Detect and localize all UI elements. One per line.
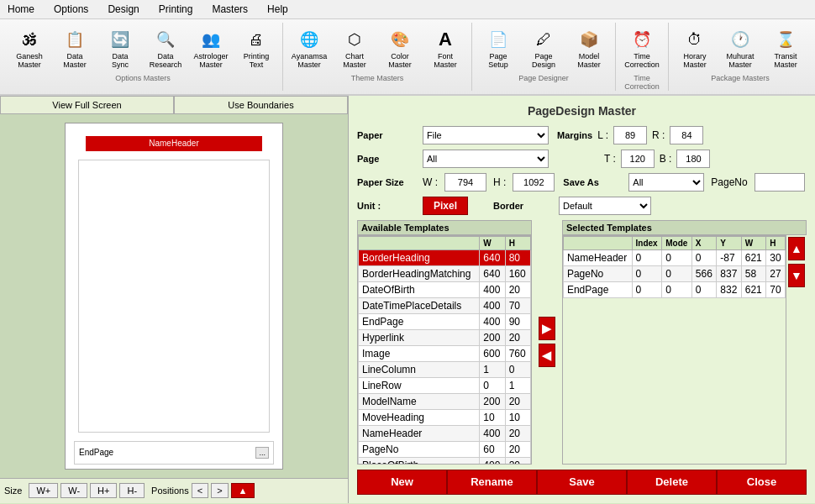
data-master-button[interactable]: 📋 DataMaster (52, 23, 97, 73)
ganesh-master-label: GaneshMaster (16, 53, 43, 70)
h-plus-button[interactable]: H+ (90, 483, 117, 498)
selected-templates-scroll[interactable]: Index Mode X Y W H NameHeader000-8762130… (562, 235, 786, 465)
margins-label: Margins (557, 130, 592, 140)
available-template-row[interactable]: Hyperlink20020 (359, 329, 531, 345)
height-input[interactable] (513, 173, 555, 192)
chart-master-button[interactable]: ⬡ ChartMaster (332, 23, 377, 73)
toolbar-group-time-correction: ⏰ TimeCorrection Time Correction (616, 23, 669, 91)
time-correction-button[interactable]: ⏰ TimeCorrection (619, 23, 665, 73)
margins-tb-section: T : B : (557, 150, 710, 168)
astrologer-master-label: AstrologerMaster (193, 53, 228, 70)
margin-t-input[interactable] (621, 150, 655, 168)
muhurat-master-button[interactable]: 🕐 MuhuratMaster (718, 23, 763, 73)
margin-r-input[interactable] (670, 126, 703, 144)
up-position-button[interactable]: ▲ (231, 483, 255, 498)
color-icon: 🎨 (386, 26, 413, 53)
chart-master-label: ChartMaster (343, 53, 366, 70)
data-research-button[interactable]: 🔍 DataResearch (143, 23, 188, 73)
page-select[interactable]: All (423, 150, 549, 168)
font-master-button[interactable]: A FontMaster (423, 23, 468, 73)
remove-template-button[interactable]: ◀ (539, 344, 555, 367)
menu-design[interactable]: Design (104, 2, 142, 17)
menu-help[interactable]: Help (264, 2, 292, 17)
data-sync-button[interactable]: 🔄 DataSync (97, 23, 143, 73)
size-label: Size (4, 486, 22, 496)
muhurat-icon: 🕐 (727, 26, 754, 53)
menu-masters[interactable]: Masters (208, 2, 251, 17)
toolbar-group-page-designer: 📄 PageSetup 🖊 PageDesign 📦 ModelMaster P… (472, 23, 616, 91)
available-template-row[interactable]: NameHeader40020 (359, 425, 531, 441)
right-panel: PageDesign Master Paper File Margins L :… (349, 96, 815, 503)
selected-template-row[interactable]: NameHeader000-8762130 (563, 249, 785, 265)
available-template-row[interactable]: PlaceOfBirth40020 (359, 457, 531, 465)
new-button[interactable]: New (357, 470, 447, 495)
selected-template-row[interactable]: PageNo005668375827 (563, 265, 785, 281)
r-label: R : (652, 129, 665, 141)
save-button[interactable]: Save (537, 470, 627, 495)
h-minus-button[interactable]: H- (119, 483, 145, 498)
available-template-row[interactable]: BorderHeading64080 (359, 249, 531, 265)
available-template-row[interactable]: Image600760 (359, 345, 531, 361)
h-label: H : (493, 176, 506, 188)
transit-icon: ⌛ (772, 26, 799, 53)
available-template-row[interactable]: BorderHeadingMatching640160 (359, 265, 531, 281)
ganesh-master-button[interactable]: 🕉 GaneshMaster (7, 23, 52, 73)
prev-position-button[interactable]: < (192, 483, 208, 498)
margin-b-input[interactable] (676, 150, 710, 168)
sort-up-button[interactable]: ▲ (788, 237, 805, 260)
data-master-icon: 📋 (61, 26, 88, 53)
border-select[interactable]: Default (559, 197, 651, 215)
ayanamsa-master-button[interactable]: 🌐 AyanamsaMaster (287, 23, 332, 73)
sel-col-mode: Mode (662, 236, 692, 249)
available-template-row[interactable]: DateTimePlaceDetails40070 (359, 297, 531, 313)
w-plus-button[interactable]: W+ (29, 483, 58, 498)
paper-select[interactable]: File (423, 126, 549, 144)
available-templates-scroll[interactable]: W H BorderHeading64080BorderHeadingMatch… (357, 235, 532, 465)
next-position-button[interactable]: > (211, 483, 228, 498)
available-template-row[interactable]: LineRow01 (359, 377, 531, 393)
menu-printing[interactable]: Printing (155, 2, 197, 17)
sort-down-button[interactable]: ▼ (788, 264, 805, 287)
view-full-screen-button[interactable]: View Full Screen (0, 96, 174, 114)
end-page-expand-button[interactable]: ... (255, 447, 269, 459)
sel-col-h: H (766, 236, 786, 249)
delete-button[interactable]: Delete (627, 470, 717, 495)
margin-l-input[interactable] (613, 126, 647, 144)
pixel-button[interactable]: Pixel (423, 197, 468, 215)
col-h: H (505, 236, 530, 249)
available-template-row[interactable]: PageNo6020 (359, 441, 531, 457)
transit-master-button[interactable]: ⌛ TransitMaster (763, 23, 808, 73)
page-setup-button[interactable]: 📄 PageSetup (476, 23, 521, 73)
horary-master-button[interactable]: ⏱ HoraryMaster (672, 23, 718, 73)
astrologer-master-button[interactable]: 👥 AstrologerMaster (188, 23, 234, 73)
menu-options[interactable]: Options (50, 2, 92, 17)
available-template-row[interactable]: LineColumn10 (359, 361, 531, 377)
close-button[interactable]: Close (717, 470, 807, 495)
available-template-row[interactable]: DateOfBirth40020 (359, 281, 531, 297)
margins-section: Margins L : R : (557, 126, 703, 144)
printing-text-button[interactable]: 🖨 PrintingText (234, 23, 279, 73)
inner-page (78, 160, 270, 433)
page-design-button[interactable]: 🖊 PageDesign (521, 23, 566, 73)
color-master-button[interactable]: 🎨 ColorMaster (377, 23, 423, 73)
save-as-select[interactable]: All (628, 173, 704, 192)
width-input[interactable] (444, 173, 486, 192)
templates-section: Available Templates W H BorderHeading640… (357, 220, 807, 465)
model-master-button[interactable]: 📦 ModelMaster (566, 23, 612, 73)
pageno-input[interactable] (755, 173, 805, 192)
page-design-label: PageDesign (532, 53, 555, 70)
add-template-button[interactable]: ▶ (539, 317, 555, 340)
time-correction-icon: ⏰ (628, 26, 655, 53)
available-template-row[interactable]: ModelName20020 (359, 393, 531, 409)
available-template-row[interactable]: MoveHeading1010 (359, 409, 531, 425)
model-master-label: ModelMaster (577, 53, 601, 70)
available-template-row[interactable]: EndPage40090 (359, 313, 531, 329)
use-boundaries-button[interactable]: Use Boundaries (174, 96, 348, 114)
name-header-bar: NameHeader (86, 136, 262, 151)
rename-button[interactable]: Rename (447, 470, 537, 495)
w-minus-button[interactable]: W- (60, 483, 87, 498)
page-setup-label: PageSetup (488, 53, 508, 70)
selected-template-row[interactable]: EndPage00083262170 (563, 281, 785, 297)
menu-home[interactable]: Home (4, 2, 38, 17)
horary-icon: ⏱ (681, 26, 708, 53)
